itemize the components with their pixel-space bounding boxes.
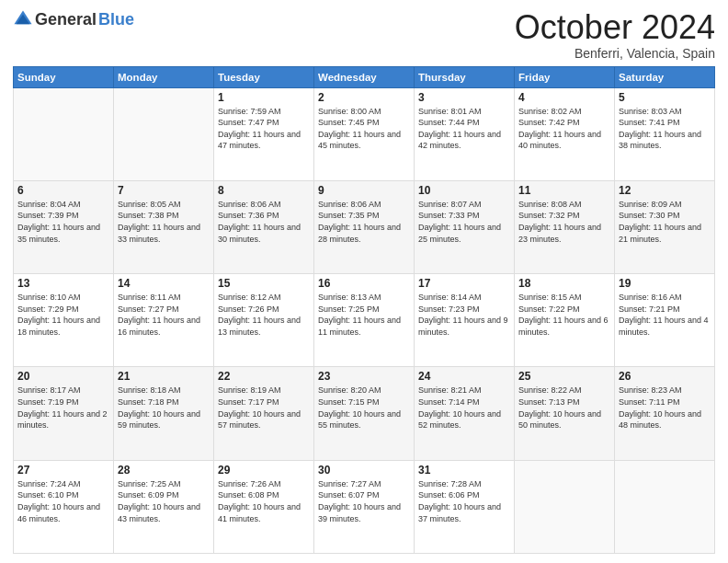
table-row: 6Sunrise: 8:04 AMSunset: 7:39 PMDaylight… [14, 180, 114, 273]
day-info: Sunrise: 8:17 AMSunset: 7:19 PMDaylight:… [17, 385, 109, 431]
day-info: Sunrise: 8:09 AMSunset: 7:30 PMDaylight:… [619, 199, 711, 245]
day-info: Sunrise: 7:24 AMSunset: 6:10 PMDaylight:… [17, 478, 109, 524]
table-row: 7Sunrise: 8:05 AMSunset: 7:38 PMDaylight… [114, 180, 214, 273]
day-number: 26 [619, 370, 711, 383]
page: GeneralBlue October 2024 Benferri, Valen… [0, 0, 728, 563]
day-number: 7 [118, 184, 210, 197]
day-number: 6 [17, 184, 109, 197]
day-info: Sunrise: 8:03 AMSunset: 7:41 PMDaylight:… [619, 106, 711, 152]
day-number: 24 [418, 370, 510, 383]
calendar-week-row: 1Sunrise: 7:59 AMSunset: 7:47 PMDaylight… [14, 87, 715, 180]
day-number: 1 [218, 91, 310, 104]
day-number: 9 [318, 184, 410, 197]
table-row: 11Sunrise: 8:08 AMSunset: 7:32 PMDayligh… [515, 180, 615, 273]
day-info: Sunrise: 8:05 AMSunset: 7:38 PMDaylight:… [118, 199, 210, 245]
table-row: 26Sunrise: 8:23 AMSunset: 7:11 PMDayligh… [615, 367, 715, 460]
table-row: 22Sunrise: 8:19 AMSunset: 7:17 PMDayligh… [214, 367, 314, 460]
day-info: Sunrise: 7:59 AMSunset: 7:47 PMDaylight:… [218, 106, 310, 152]
day-info: Sunrise: 8:20 AMSunset: 7:15 PMDaylight:… [318, 385, 410, 431]
day-number: 17 [418, 277, 510, 290]
col-friday: Friday [515, 66, 615, 87]
day-info: Sunrise: 8:18 AMSunset: 7:18 PMDaylight:… [118, 385, 210, 431]
table-row: 31Sunrise: 7:28 AMSunset: 6:06 PMDayligh… [415, 460, 515, 553]
table-row: 9Sunrise: 8:06 AMSunset: 7:35 PMDaylight… [314, 180, 415, 273]
day-info: Sunrise: 8:23 AMSunset: 7:11 PMDaylight:… [619, 385, 711, 431]
table-row [114, 87, 214, 180]
table-row [515, 460, 615, 553]
day-number: 22 [218, 370, 310, 383]
table-row: 30Sunrise: 7:27 AMSunset: 6:07 PMDayligh… [314, 460, 415, 553]
calendar: Sunday Monday Tuesday Wednesday Thursday… [13, 66, 715, 554]
col-thursday: Thursday [415, 66, 515, 87]
day-info: Sunrise: 8:06 AMSunset: 7:36 PMDaylight:… [218, 199, 310, 245]
day-number: 25 [518, 370, 610, 383]
table-row: 16Sunrise: 8:13 AMSunset: 7:25 PMDayligh… [314, 274, 415, 367]
day-info: Sunrise: 8:02 AMSunset: 7:42 PMDaylight:… [518, 106, 610, 152]
day-number: 19 [619, 277, 711, 290]
day-number: 2 [318, 91, 410, 104]
day-info: Sunrise: 8:16 AMSunset: 7:21 PMDaylight:… [619, 292, 711, 338]
day-info: Sunrise: 8:22 AMSunset: 7:13 PMDaylight:… [518, 385, 610, 431]
day-number: 15 [218, 277, 310, 290]
day-info: Sunrise: 8:15 AMSunset: 7:22 PMDaylight:… [518, 292, 610, 338]
col-tuesday: Tuesday [214, 66, 314, 87]
day-number: 11 [518, 184, 610, 197]
col-sunday: Sunday [14, 66, 114, 87]
logo-blue: Blue [98, 10, 134, 29]
day-info: Sunrise: 8:00 AMSunset: 7:45 PMDaylight:… [318, 106, 410, 152]
day-number: 31 [418, 464, 510, 477]
table-row [615, 460, 715, 553]
table-row: 5Sunrise: 8:03 AMSunset: 7:41 PMDaylight… [615, 87, 715, 180]
calendar-week-row: 20Sunrise: 8:17 AMSunset: 7:19 PMDayligh… [14, 367, 715, 460]
calendar-week-row: 27Sunrise: 7:24 AMSunset: 6:10 PMDayligh… [14, 460, 715, 553]
day-number: 12 [619, 184, 711, 197]
table-row: 8Sunrise: 8:06 AMSunset: 7:36 PMDaylight… [214, 180, 314, 273]
day-info: Sunrise: 8:01 AMSunset: 7:44 PMDaylight:… [418, 106, 510, 152]
day-number: 16 [318, 277, 410, 290]
day-number: 27 [17, 464, 109, 477]
day-info: Sunrise: 8:12 AMSunset: 7:26 PMDaylight:… [218, 292, 310, 338]
table-row: 10Sunrise: 8:07 AMSunset: 7:33 PMDayligh… [415, 180, 515, 273]
day-info: Sunrise: 8:07 AMSunset: 7:33 PMDaylight:… [418, 199, 510, 245]
table-row: 17Sunrise: 8:14 AMSunset: 7:23 PMDayligh… [415, 274, 515, 367]
table-row: 3Sunrise: 8:01 AMSunset: 7:44 PMDaylight… [415, 87, 515, 180]
table-row: 23Sunrise: 8:20 AMSunset: 7:15 PMDayligh… [314, 367, 415, 460]
day-number: 4 [518, 91, 610, 104]
day-number: 8 [218, 184, 310, 197]
title-area: October 2024 Benferri, Valencia, Spain [515, 9, 715, 61]
calendar-week-row: 13Sunrise: 8:10 AMSunset: 7:29 PMDayligh… [14, 274, 715, 367]
calendar-week-row: 6Sunrise: 8:04 AMSunset: 7:39 PMDaylight… [14, 180, 715, 273]
day-number: 23 [318, 370, 410, 383]
col-saturday: Saturday [615, 66, 715, 87]
table-row: 14Sunrise: 8:11 AMSunset: 7:27 PMDayligh… [114, 274, 214, 367]
col-wednesday: Wednesday [314, 66, 415, 87]
day-info: Sunrise: 8:13 AMSunset: 7:25 PMDaylight:… [318, 292, 410, 338]
table-row: 12Sunrise: 8:09 AMSunset: 7:30 PMDayligh… [615, 180, 715, 273]
day-number: 10 [418, 184, 510, 197]
day-info: Sunrise: 8:08 AMSunset: 7:32 PMDaylight:… [518, 199, 610, 245]
day-number: 3 [418, 91, 510, 104]
table-row: 25Sunrise: 8:22 AMSunset: 7:13 PMDayligh… [515, 367, 615, 460]
day-info: Sunrise: 8:19 AMSunset: 7:17 PMDaylight:… [218, 385, 310, 431]
day-number: 28 [118, 464, 210, 477]
day-info: Sunrise: 8:21 AMSunset: 7:14 PMDaylight:… [418, 385, 510, 431]
header: GeneralBlue October 2024 Benferri, Valen… [13, 9, 715, 61]
day-info: Sunrise: 7:26 AMSunset: 6:08 PMDaylight:… [218, 478, 310, 524]
day-info: Sunrise: 8:04 AMSunset: 7:39 PMDaylight:… [17, 199, 109, 245]
col-monday: Monday [114, 66, 214, 87]
day-info: Sunrise: 7:25 AMSunset: 6:09 PMDaylight:… [118, 478, 210, 524]
day-number: 21 [118, 370, 210, 383]
table-row: 15Sunrise: 8:12 AMSunset: 7:26 PMDayligh… [214, 274, 314, 367]
logo-icon [13, 9, 33, 29]
table-row: 18Sunrise: 8:15 AMSunset: 7:22 PMDayligh… [515, 274, 615, 367]
table-row: 24Sunrise: 8:21 AMSunset: 7:14 PMDayligh… [415, 367, 515, 460]
day-info: Sunrise: 7:27 AMSunset: 6:07 PMDaylight:… [318, 478, 410, 524]
weekday-header-row: Sunday Monday Tuesday Wednesday Thursday… [14, 66, 715, 87]
table-row: 29Sunrise: 7:26 AMSunset: 6:08 PMDayligh… [214, 460, 314, 553]
day-info: Sunrise: 7:28 AMSunset: 6:06 PMDaylight:… [418, 478, 510, 524]
table-row [14, 87, 114, 180]
table-row: 13Sunrise: 8:10 AMSunset: 7:29 PMDayligh… [14, 274, 114, 367]
month-title: October 2024 [515, 9, 715, 46]
location-title: Benferri, Valencia, Spain [515, 46, 715, 61]
table-row: 4Sunrise: 8:02 AMSunset: 7:42 PMDaylight… [515, 87, 615, 180]
